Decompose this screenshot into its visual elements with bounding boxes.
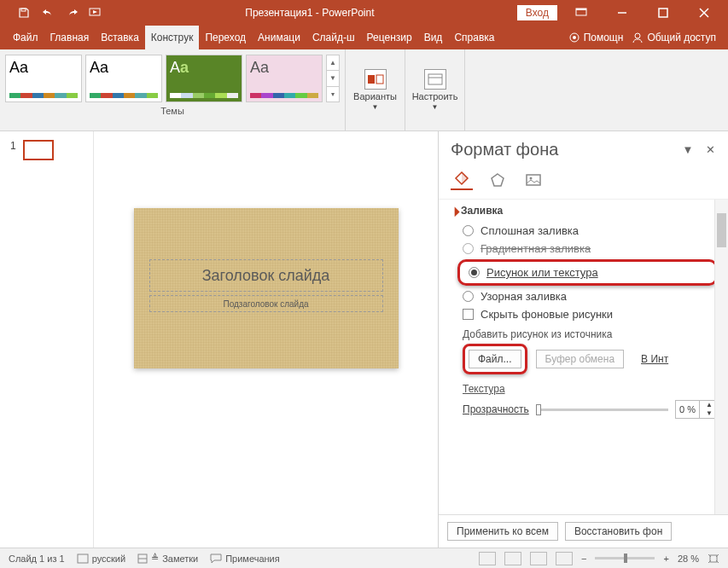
reading-view-icon[interactable] — [530, 552, 547, 565]
tab-file[interactable]: Файл — [7, 26, 44, 49]
customize-icon — [424, 69, 446, 90]
redo-icon[interactable] — [65, 6, 79, 20]
svg-rect-5 — [659, 9, 667, 17]
transparency-spinner[interactable]: 0 %▲▼ — [675, 400, 719, 419]
transparency-row: Прозрачность 0 %▲▼ — [451, 397, 726, 419]
thumbnail-row[interactable]: 1 — [10, 140, 93, 160]
fit-window-icon[interactable] — [708, 554, 719, 564]
texture-label[interactable]: Текстура — [451, 380, 726, 397]
svg-point-9 — [573, 36, 576, 39]
slideshow-view-icon[interactable] — [556, 552, 573, 565]
transparency-label: Прозрачность — [463, 403, 529, 415]
tab-animations[interactable]: Анимаци — [252, 26, 306, 49]
variants-button[interactable]: Варианты▼ — [346, 49, 405, 130]
start-show-icon[interactable] — [89, 6, 102, 20]
undo-icon[interactable] — [41, 6, 55, 20]
online-button[interactable]: В Инт — [632, 351, 677, 368]
title-bar: Презентация1 - PowerPoint Вход — [0, 0, 728, 26]
slide-canvas: Заголовок слайда Подзаголовок слайда — [94, 131, 438, 548]
tab-help[interactable]: Справка — [448, 26, 500, 49]
pane-close-icon[interactable]: ✕ — [702, 143, 718, 156]
normal-view-icon[interactable] — [479, 552, 496, 565]
apply-all-button[interactable]: Применить ко всем — [447, 522, 558, 541]
tab-view[interactable]: Вид — [418, 26, 449, 49]
hide-bg-option[interactable]: Скрыть фоновые рисунки — [451, 305, 726, 323]
subtitle-placeholder[interactable]: Подзаголовок слайда — [149, 295, 383, 312]
comments-button[interactable]: Примечания — [210, 554, 280, 564]
slide-count[interactable]: Слайд 1 из 1 — [9, 554, 65, 564]
file-button[interactable]: Файл... — [469, 350, 521, 368]
slide[interactable]: Заголовок слайда Подзаголовок слайда — [134, 208, 399, 368]
save-icon[interactable] — [17, 6, 31, 20]
variants-icon — [364, 69, 387, 90]
themes-scroll[interactable]: ▲▼▾ — [326, 55, 340, 102]
slide-thumbnails: 1 — [0, 131, 94, 548]
picture-tab-icon[interactable] — [522, 170, 545, 190]
highlight-picture-option: Рисунок или текстура — [457, 259, 718, 286]
zoom-slider[interactable] — [595, 557, 655, 559]
share-button[interactable]: Общий доступ — [632, 32, 716, 43]
pattern-fill-option[interactable]: Узорная заливка — [451, 287, 726, 305]
main-area: 1 Заголовок слайда Подзаголовок слайда Ф… — [0, 131, 728, 548]
pane-menu-icon[interactable]: ▼ — [680, 143, 696, 156]
theme-thumb[interactable]: Aa — [246, 55, 323, 102]
svg-rect-16 — [527, 175, 540, 185]
svg-rect-11 — [368, 75, 375, 84]
zoom-value[interactable]: 28 % — [678, 554, 699, 564]
svg-point-17 — [530, 177, 533, 180]
clipboard-button: Буфер обмена — [536, 350, 625, 368]
theme-thumb[interactable]: Aa — [85, 55, 162, 102]
picture-fill-option[interactable]: Рисунок или текстура — [463, 264, 712, 281]
effects-tab-icon[interactable] — [486, 170, 509, 190]
window-actions: Вход — [517, 0, 728, 26]
ribbon-tabs: Файл Главная Вставка Конструк Переход Ан… — [0, 26, 728, 49]
transparency-slider[interactable] — [536, 409, 668, 411]
language-status[interactable]: русский — [77, 554, 125, 564]
fill-section-header[interactable]: Заливка — [451, 205, 726, 217]
slide-thumb-1[interactable] — [23, 140, 54, 160]
format-background-pane: Формат фона ▼ ✕ Заливка Сплошная заливка… — [438, 131, 728, 548]
svg-marker-15 — [492, 174, 504, 186]
maximize-icon[interactable] — [646, 0, 680, 26]
close-icon[interactable] — [687, 0, 721, 26]
theme-thumb[interactable]: Aa — [5, 55, 82, 102]
notes-button[interactable]: ≜ Заметки — [137, 553, 198, 564]
title-placeholder[interactable]: Заголовок слайда — [149, 259, 383, 292]
svg-rect-12 — [376, 75, 383, 84]
ribbon-options-icon[interactable] — [564, 0, 598, 26]
thumb-index: 1 — [10, 140, 16, 152]
tab-home[interactable]: Главная — [44, 26, 96, 49]
tab-insert[interactable]: Вставка — [95, 26, 145, 49]
svg-rect-18 — [78, 554, 88, 563]
tab-review[interactable]: Рецензир — [361, 26, 418, 49]
highlight-file-button: Файл... — [463, 344, 527, 374]
svg-rect-13 — [428, 74, 442, 84]
customize-button[interactable]: Настроить▼ — [405, 49, 465, 130]
status-bar: Слайд 1 из 1 русский ≜ Заметки Примечани… — [0, 548, 728, 568]
assistant-button[interactable]: Помощн — [568, 32, 624, 43]
quick-access-toolbar — [0, 6, 102, 20]
login-button[interactable]: Вход — [517, 5, 557, 20]
zoom-in-icon[interactable]: + — [663, 554, 668, 564]
themes-group: Aa Aa Aa Aa ▲▼▾ Темы — [0, 49, 346, 130]
minimize-icon[interactable] — [605, 0, 639, 26]
tab-transitions[interactable]: Переход — [199, 26, 252, 49]
svg-rect-21 — [710, 555, 717, 562]
reset-bg-button[interactable]: Восстановить фон — [565, 522, 672, 541]
pane-scrollbar[interactable] — [714, 200, 728, 514]
insert-from-label: Добавить рисунок из источника — [451, 323, 726, 342]
fill-tab-icon[interactable] — [451, 170, 473, 190]
gradient-fill-option[interactable]: Градиентная заливка — [451, 240, 726, 258]
svg-point-10 — [635, 33, 640, 38]
solid-fill-option[interactable]: Сплошная заливка — [451, 222, 726, 240]
svg-rect-3 — [576, 9, 586, 10]
zoom-out-icon[interactable]: − — [581, 554, 586, 564]
sorter-view-icon[interactable] — [504, 552, 521, 565]
tab-slideshow[interactable]: Слайд-ш — [306, 26, 361, 49]
tab-design[interactable]: Конструк — [145, 26, 200, 49]
pane-title: Формат фона — [451, 140, 673, 159]
group-label-themes: Темы — [5, 106, 340, 116]
window-title: Презентация1 - PowerPoint — [102, 7, 517, 19]
theme-thumb[interactable]: Aa — [166, 55, 242, 102]
svg-rect-0 — [21, 9, 26, 11]
